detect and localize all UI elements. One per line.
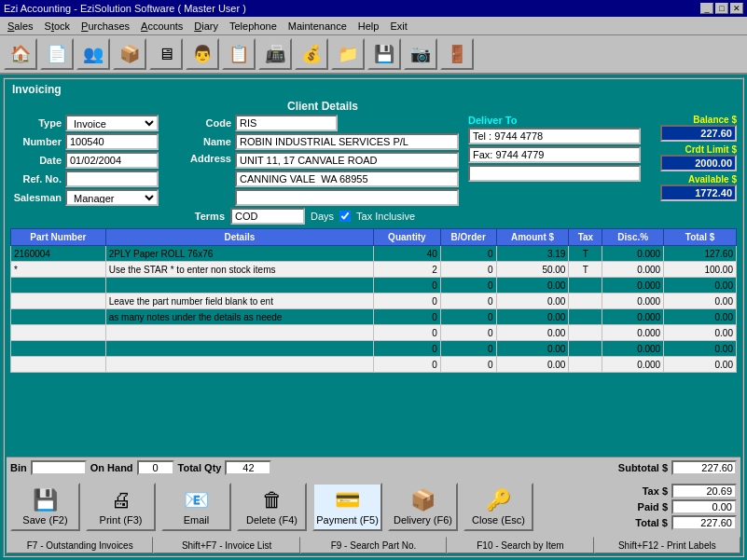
- table-cell[interactable]: 0.00: [496, 357, 569, 373]
- table-cell[interactable]: 0: [440, 357, 496, 373]
- table-cell[interactable]: 0.00: [664, 357, 737, 373]
- toolbar-computer[interactable]: 🖥: [149, 38, 183, 70]
- table-cell[interactable]: [11, 357, 106, 373]
- toolbar-users[interactable]: 👥: [76, 38, 110, 70]
- table-cell[interactable]: 0.000: [602, 294, 664, 309]
- tax-inclusive-checkbox[interactable]: [339, 211, 351, 222]
- table-cell[interactable]: 2: [373, 262, 440, 278]
- table-cell[interactable]: [569, 278, 602, 294]
- toolbar-camera[interactable]: 📷: [404, 38, 437, 70]
- table-cell[interactable]: T: [569, 262, 602, 278]
- toolbar-doc[interactable]: 📄: [40, 38, 74, 70]
- crdt-limit-input[interactable]: [660, 155, 737, 171]
- table-cell[interactable]: 0.000: [602, 246, 664, 262]
- menu-exit[interactable]: Exit: [384, 19, 412, 34]
- number-input[interactable]: [65, 133, 159, 150]
- table-cell[interactable]: 0: [440, 325, 496, 341]
- table-cell[interactable]: 0: [373, 309, 440, 325]
- table-cell[interactable]: 0.00: [664, 278, 737, 294]
- address2-input[interactable]: [235, 171, 459, 187]
- table-cell[interactable]: 0.00: [496, 341, 569, 357]
- save-button[interactable]: 💾 Save (F2): [10, 483, 80, 531]
- close-button[interactable]: ✕: [730, 3, 743, 14]
- toolbar-exit[interactable]: 🚪: [440, 38, 474, 70]
- table-cell[interactable]: Use the STAR * to enter non stock items: [105, 262, 373, 278]
- shortcut-f10[interactable]: F10 - Search by Item: [447, 537, 593, 553]
- shortcut-f7[interactable]: F7 - Outstanding Invoices: [7, 537, 153, 553]
- table-cell[interactable]: [11, 325, 106, 341]
- table-cell[interactable]: 0: [440, 262, 496, 278]
- table-cell[interactable]: 100.00: [664, 262, 737, 278]
- table-cell[interactable]: 0: [373, 294, 440, 309]
- table-cell[interactable]: 3.19: [496, 246, 569, 262]
- table-cell[interactable]: 0.000: [602, 325, 664, 341]
- table-row[interactable]: Leave the part number field blank to ent…: [11, 294, 737, 309]
- table-cell[interactable]: 0.00: [496, 278, 569, 294]
- table-cell[interactable]: 0: [440, 309, 496, 325]
- print-button[interactable]: 🖨 Print (F3): [86, 483, 156, 531]
- table-cell[interactable]: 2160004: [11, 246, 106, 262]
- toolbar-fax[interactable]: 📠: [258, 38, 292, 70]
- table-cell[interactable]: [11, 341, 106, 357]
- menu-sales[interactable]: Sales: [2, 19, 39, 34]
- table-cell[interactable]: 40: [373, 246, 440, 262]
- terms-input[interactable]: [230, 208, 305, 225]
- table-cell[interactable]: 50.00: [496, 262, 569, 278]
- table-cell[interactable]: 2PLY Paper ROLL 76x76: [105, 246, 373, 262]
- table-cell[interactable]: [105, 357, 373, 373]
- shortcut-shiftf12[interactable]: Shift+F12 - Print Labels: [594, 537, 740, 553]
- table-cell[interactable]: 0.00: [496, 294, 569, 309]
- table-cell[interactable]: 0: [440, 294, 496, 309]
- minimize-button[interactable]: _: [700, 3, 713, 14]
- available-input[interactable]: [660, 184, 737, 201]
- toolbar-folder[interactable]: 📁: [331, 38, 365, 70]
- toolbar-home[interactable]: 🏠: [4, 38, 37, 70]
- table-cell[interactable]: 0: [373, 325, 440, 341]
- subtotal-value[interactable]: [671, 460, 737, 475]
- table-row[interactable]: as many notes under the details as neede…: [11, 309, 737, 325]
- ref-no-input[interactable]: [65, 171, 159, 187]
- table-row[interactable]: 21600042PLY Paper ROLL 76x764003.19T0.00…: [11, 246, 737, 262]
- table-cell[interactable]: 0: [373, 341, 440, 357]
- table-cell[interactable]: [11, 278, 106, 294]
- table-cell[interactable]: 0.000: [602, 262, 664, 278]
- menu-stock[interactable]: Stock: [39, 19, 76, 34]
- total-input[interactable]: [671, 515, 737, 530]
- toolbar-report[interactable]: 📋: [222, 38, 256, 70]
- maximize-button[interactable]: □: [715, 3, 728, 14]
- table-cell[interactable]: T: [569, 246, 602, 262]
- tax-total-input[interactable]: [671, 484, 737, 499]
- delete-button[interactable]: 🗑 Delete (F4): [237, 483, 307, 531]
- table-cell[interactable]: *: [11, 262, 106, 278]
- fax-input[interactable]: [468, 146, 641, 163]
- table-row[interactable]: 000.000.0000.00: [11, 325, 737, 341]
- table-cell[interactable]: [569, 325, 602, 341]
- toolbar-money[interactable]: 💰: [295, 38, 328, 70]
- table-cell[interactable]: [569, 294, 602, 309]
- table-cell[interactable]: 127.60: [664, 246, 737, 262]
- on-hand-value[interactable]: [137, 460, 174, 475]
- menu-diary[interactable]: Diary: [188, 19, 224, 34]
- paid-input[interactable]: [671, 499, 737, 514]
- menu-telephone[interactable]: Telephone: [224, 19, 283, 34]
- table-cell[interactable]: [105, 278, 373, 294]
- salesman-select[interactable]: Manager: [65, 189, 159, 206]
- table-cell[interactable]: 0: [440, 246, 496, 262]
- table-cell[interactable]: 0: [440, 341, 496, 357]
- table-cell[interactable]: [105, 341, 373, 357]
- table-cell[interactable]: 0.000: [602, 278, 664, 294]
- code-input[interactable]: [235, 115, 338, 131]
- total-qty-value[interactable]: [225, 460, 271, 475]
- close-button-action[interactable]: 🔑 Close (Esc): [463, 483, 533, 531]
- email-button[interactable]: 📧 Email: [161, 483, 231, 531]
- deliver-line3-input[interactable]: [468, 165, 641, 182]
- toolbar-person[interactable]: 👨: [186, 38, 219, 70]
- table-cell[interactable]: 0.000: [602, 309, 664, 325]
- table-row[interactable]: 000.000.0000.00: [11, 341, 737, 357]
- table-cell[interactable]: [569, 309, 602, 325]
- toolbar-save[interactable]: 💾: [367, 38, 401, 70]
- table-row[interactable]: 000.000.0000.00: [11, 278, 737, 294]
- table-cell[interactable]: 0.00: [664, 325, 737, 341]
- bin-input[interactable]: [31, 460, 87, 475]
- address3-input[interactable]: [235, 189, 459, 206]
